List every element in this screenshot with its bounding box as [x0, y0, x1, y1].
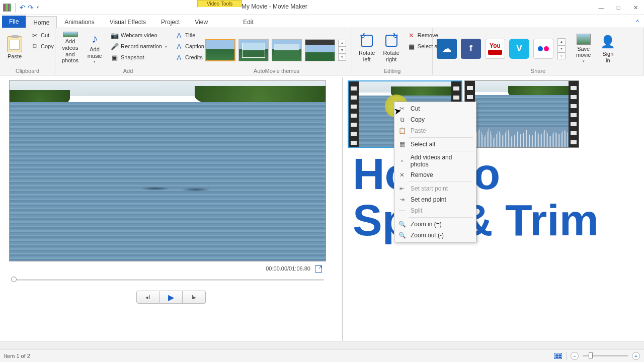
film-sprockets-icon [349, 81, 359, 147]
sign-in-button[interactable]: 👤 Sign in [597, 31, 618, 66]
webcam-icon: 📷 [111, 31, 119, 39]
play-button[interactable]: ▶ [159, 291, 183, 304]
clip-2[interactable] [464, 80, 579, 148]
seek-track [11, 279, 324, 281]
tab-project[interactable]: Project [153, 16, 187, 28]
maximize-button[interactable]: □ [610, 0, 627, 15]
context-menu: ✂Cut ⧉Copy 📋Paste ▦Select all ▫Add video… [394, 102, 476, 242]
gallery-down-icon[interactable]: ▾ [557, 45, 566, 52]
music-icon: ♪ [87, 32, 103, 46]
photo-icon [63, 32, 78, 37]
gallery-up-icon[interactable]: ▴ [338, 40, 346, 47]
chevron-down-icon: ▾ [94, 60, 96, 64]
zoom-out-button[interactable]: − [571, 352, 579, 360]
gallery-up-icon[interactable]: ▴ [557, 38, 566, 45]
rotate-right-button[interactable]: Rotate right [380, 30, 401, 65]
facebook-icon[interactable]: f [461, 39, 481, 59]
gallery-more-icon[interactable]: ▿ [557, 52, 566, 59]
horizontal-scrollbar[interactable] [0, 341, 644, 349]
youtube-icon[interactable]: You [485, 39, 505, 59]
fullscreen-icon[interactable] [315, 265, 322, 273]
next-frame-button[interactable]: I▸ [183, 291, 206, 304]
narration-button[interactable]: 🎤Record narration▾ [108, 41, 170, 51]
caption-icon: A [175, 42, 183, 50]
gallery-more-icon[interactable]: ▿ [338, 54, 346, 61]
zoom-thumb[interactable] [589, 352, 593, 358]
rotate-left-button[interactable]: Rotate left [356, 30, 377, 65]
webcam-button[interactable]: 📷Webcam video [108, 30, 170, 40]
onedrive-icon[interactable]: ☁ [437, 39, 457, 59]
group-label: AutoMovie themes [205, 67, 348, 74]
zoom-slider[interactable] [583, 355, 628, 356]
tab-home[interactable]: Home [26, 16, 57, 28]
snapshot-button[interactable]: ▣Snapshot [108, 52, 170, 62]
prev-frame-button[interactable]: ◂I [136, 291, 159, 304]
video-tools-label: Video Tools [197, 0, 242, 7]
add-videos-button[interactable]: Add videos and photos [59, 30, 81, 65]
status-item-count: Item 1 of 2 [4, 353, 30, 359]
add-music-button[interactable]: ♪ Add music ▾ [84, 30, 105, 65]
cut-button[interactable]: ✂Cut [28, 30, 56, 40]
copy-icon: ⧉ [31, 42, 39, 50]
ctx-cut[interactable]: ✂Cut [395, 103, 475, 114]
save-movie-button[interactable]: Save movie ▾ [574, 31, 593, 66]
paste-icon [7, 36, 22, 52]
window-controls: — □ ✕ [593, 0, 644, 15]
timecode: 00:00.00/01:06.80 [8, 261, 334, 273]
tab-view[interactable]: View [187, 16, 215, 28]
group-editing: Rotate left Rotate right ✕Remove ▦Select… [352, 28, 433, 75]
qat-dropdown-icon[interactable]: ▾ [37, 5, 39, 10]
vimeo-icon[interactable]: V [509, 39, 529, 59]
tab-visual-effects[interactable]: Visual Effects [102, 16, 153, 28]
close-button[interactable]: ✕ [627, 0, 644, 15]
gallery-down-icon[interactable]: ▾ [338, 47, 346, 54]
theme-thumb-4[interactable] [305, 39, 335, 61]
ctx-zoom-in[interactable]: 🔍Zoom in (=) [395, 219, 475, 230]
group-label: Editing [356, 67, 428, 74]
chevron-down-icon: ▾ [583, 59, 585, 63]
minimize-button[interactable]: — [593, 0, 610, 15]
theme-thumb-1[interactable] [205, 39, 235, 61]
time-label: 00:00.00/01:06.80 [266, 265, 310, 272]
start-point-icon: ⇤ [397, 185, 407, 193]
rotate-left-label: Rotate left [359, 50, 375, 62]
redo-icon[interactable]: ↷ [28, 4, 34, 12]
ctx-copy[interactable]: ⧉Copy [395, 114, 475, 125]
theme-thumb-2[interactable] [238, 39, 269, 61]
photo-icon: ▫ [397, 157, 407, 165]
main-area: 00:00.00/01:06.80 ◂I ▶ I▸ [0, 75, 644, 349]
group-label: Add [59, 67, 197, 74]
ctx-set-end[interactable]: ⇥Set end point [395, 194, 475, 205]
zoom-in-button[interactable]: + [632, 352, 640, 360]
paste-button[interactable]: Paste [4, 30, 25, 65]
audio-waveform [475, 127, 569, 147]
preview-pane: 00:00.00/01:06.80 ◂I ▶ I▸ [0, 75, 342, 349]
ctx-zoom-out[interactable]: 🔍Zoom out (-) [395, 230, 475, 241]
zoom-out-icon: 🔍 [397, 231, 407, 239]
flickr-icon[interactable] [533, 39, 553, 59]
share-gallery-nav: ▴ ▾ ▿ [557, 38, 566, 59]
tab-edit[interactable]: Edit [235, 16, 261, 28]
help-icon[interactable]: ^ [631, 17, 644, 28]
ctx-select-all[interactable]: ▦Select all [395, 139, 475, 150]
theme-thumb-3[interactable] [272, 39, 302, 61]
copy-button[interactable]: ⧉Copy [28, 41, 56, 51]
save-movie-label: Save movie [576, 46, 591, 58]
status-bar: Item 1 of 2 − + [0, 349, 644, 362]
separator [409, 217, 473, 218]
ctx-add-videos[interactable]: ▫Add videos and photos [395, 152, 475, 169]
thumbnails-view-icon[interactable] [554, 353, 562, 359]
undo-icon[interactable]: ↶ [20, 4, 26, 12]
window-title: My Movie - Movie Maker [242, 3, 307, 10]
ctx-paste: 📋Paste [395, 125, 475, 136]
seek-bar[interactable] [11, 276, 324, 284]
snapshot-icon: ▣ [111, 53, 119, 61]
quick-access-toolbar: ↶ ↷ ▾ [0, 3, 39, 12]
seek-thumb[interactable] [11, 277, 17, 282]
ctx-remove[interactable]: ✕Remove [395, 169, 475, 180]
group-add: Add videos and photos ♪ Add music ▾ 📷Web… [55, 28, 201, 75]
tab-animations[interactable]: Animations [57, 16, 102, 28]
video-preview[interactable] [9, 80, 326, 261]
rotate-right-label: Rotate right [383, 50, 399, 62]
tab-file[interactable]: File [2, 16, 26, 28]
